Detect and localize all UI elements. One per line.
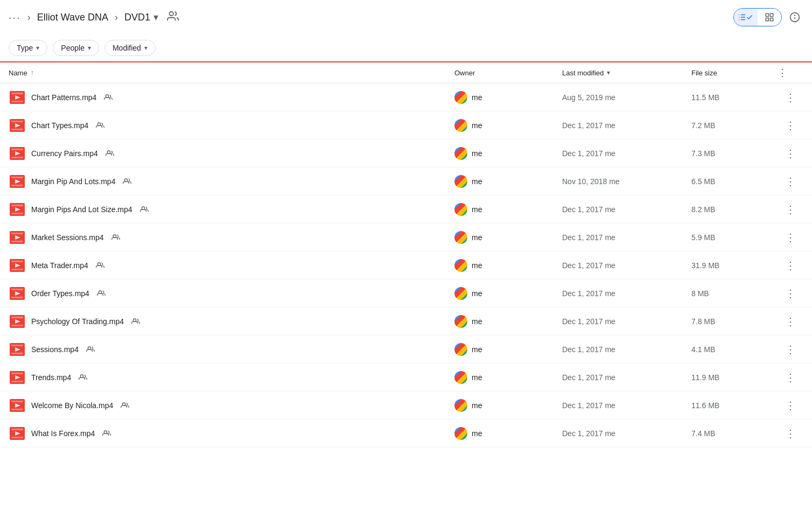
- svg-point-72: [104, 431, 107, 433]
- table-row[interactable]: Trends.mp4 me Dec 1, 2017 me 11.9 MB ⋮: [0, 363, 812, 391]
- table-row[interactable]: Chart Types.mp4 me Dec 1, 2017 me 7.2 MB…: [0, 111, 812, 139]
- modified-filter-label: Modified: [113, 44, 141, 52]
- file-name: Meta Trader.mp4: [31, 261, 88, 270]
- svg-point-62: [81, 375, 83, 377]
- file-name-cell: Margin Pip And Lots.mp4: [9, 173, 454, 190]
- shared-icon: [86, 345, 95, 354]
- people-filter-label: People: [61, 44, 85, 52]
- actions-cell: ⋮: [778, 229, 803, 246]
- grid-view-button[interactable]: [758, 9, 781, 26]
- modified-cell: Dec 1, 2017 me: [562, 289, 691, 298]
- table-row[interactable]: What Is Forex.mp4 me Dec 1, 2017 me 7.4 …: [0, 419, 812, 447]
- modified-filter-button[interactable]: Modified ▾: [104, 40, 156, 56]
- file-name-cell: Meta Trader.mp4: [9, 257, 454, 274]
- size-cell: 7.3 MB: [691, 149, 778, 158]
- owner-name: me: [472, 261, 482, 270]
- list-view-button[interactable]: [734, 9, 758, 26]
- breadcrumb-elliot-wave[interactable]: Elliot Wave DNA: [37, 12, 108, 23]
- folder-name[interactable]: DVD1: [124, 12, 150, 23]
- table-row[interactable]: Sessions.mp4 me Dec 1, 2017 me 4.1 MB ⋮: [0, 335, 812, 363]
- owner-cell: me: [454, 343, 562, 356]
- more-options-button[interactable]: ⋮: [782, 89, 799, 106]
- more-options-button[interactable]: ⋮: [782, 201, 799, 218]
- type-filter-button[interactable]: Type ▾: [9, 40, 47, 56]
- table-row[interactable]: Margin Pips And Lot Size.mp4 me Dec 1, 2…: [0, 195, 812, 223]
- svg-rect-4: [771, 18, 773, 21]
- file-name: Margin Pip And Lots.mp4: [31, 177, 115, 186]
- owner-cell: me: [454, 231, 562, 244]
- table-row[interactable]: Margin Pip And Lots.mp4 me Nov 10, 2018 …: [0, 167, 812, 195]
- avatar: [454, 259, 467, 272]
- info-button[interactable]: [786, 9, 803, 26]
- table-row[interactable]: Currency Pairs.mp4 me Dec 1, 2017 me 7.3…: [0, 139, 812, 167]
- shared-icon: [121, 401, 129, 410]
- svg-rect-55: [11, 353, 23, 354]
- svg-rect-19: [11, 149, 23, 150]
- file-name-cell: Chart Types.mp4: [9, 117, 454, 134]
- modified-cell: Dec 1, 2017 me: [562, 261, 691, 270]
- file-name: Trends.mp4: [31, 373, 71, 382]
- svg-rect-69: [11, 429, 23, 430]
- svg-rect-35: [11, 241, 23, 242]
- more-options-button[interactable]: ⋮: [782, 229, 799, 246]
- avatar: [454, 343, 467, 356]
- name-column-header[interactable]: Name ↑: [9, 69, 454, 77]
- shared-icon: [111, 233, 120, 242]
- owner-name: me: [472, 233, 482, 242]
- more-options-button[interactable]: ⋮: [782, 173, 799, 190]
- svg-point-57: [88, 347, 90, 349]
- owner-cell: me: [454, 371, 562, 384]
- type-chevron-icon: ▾: [36, 44, 39, 52]
- people-filter-button[interactable]: People ▾: [53, 40, 99, 56]
- svg-rect-45: [11, 297, 23, 298]
- size-cell: 8.2 MB: [691, 205, 778, 214]
- svg-rect-9: [11, 93, 23, 94]
- owner-cell: me: [454, 147, 562, 160]
- table-row[interactable]: Market Sessions.mp4 me Dec 1, 2017 me 5.…: [0, 223, 812, 251]
- more-options-button[interactable]: ⋮: [782, 341, 799, 358]
- svg-rect-49: [11, 317, 23, 318]
- filter-bar: Type ▾ People ▾ Modified ▾: [0, 34, 812, 62]
- share-icon[interactable]: [167, 10, 179, 25]
- owner-name: me: [472, 205, 482, 214]
- table-row[interactable]: Meta Trader.mp4 me Dec 1, 2017 me 31.9 M…: [0, 251, 812, 279]
- file-name: Psychology Of Trading.mp4: [31, 317, 124, 326]
- table-row[interactable]: Welcome By Nicola.mp4 me Dec 1, 2017 me …: [0, 391, 812, 419]
- modified-column-header[interactable]: Last modified ▾: [562, 69, 691, 77]
- file-name-cell: Order Types.mp4: [9, 285, 454, 302]
- file-name-cell: Trends.mp4: [9, 369, 454, 386]
- more-options-button[interactable]: ⋮: [782, 145, 799, 162]
- more-options-button[interactable]: ⋮: [782, 369, 799, 386]
- owner-column-header: Owner: [454, 69, 562, 77]
- avatar: [454, 399, 467, 412]
- table-row[interactable]: Psychology Of Trading.mp4 me Dec 1, 2017…: [0, 307, 812, 335]
- svg-rect-2: [771, 13, 773, 16]
- folder-dropdown-button[interactable]: ▾: [153, 11, 158, 23]
- table-header: Name ↑ Owner Last modified ▾ File size ⋮: [0, 62, 812, 83]
- owner-name: me: [472, 429, 482, 438]
- owner-cell: me: [454, 427, 562, 440]
- type-filter-label: Type: [17, 44, 33, 52]
- svg-rect-14: [11, 121, 23, 122]
- actions-cell: ⋮: [778, 397, 803, 414]
- file-name-cell: Market Sessions.mp4: [9, 229, 454, 246]
- header-more-button[interactable]: ⋮: [778, 67, 803, 79]
- more-options-button[interactable]: ⋮: [782, 257, 799, 274]
- more-options-button[interactable]: ⋮: [782, 397, 799, 414]
- more-options-button[interactable]: ⋮: [782, 285, 799, 302]
- modified-cell: Dec 1, 2017 me: [562, 149, 691, 158]
- more-options-button[interactable]: ⋮: [782, 425, 799, 442]
- shared-icon: [96, 121, 104, 130]
- more-options-button[interactable]: ⋮: [782, 313, 799, 330]
- svg-rect-34: [11, 233, 23, 234]
- view-toggle: [733, 8, 782, 26]
- more-options-button[interactable]: ···: [9, 11, 21, 24]
- video-file-icon: [9, 285, 26, 302]
- size-cell: 11.5 MB: [691, 93, 778, 102]
- more-options-button[interactable]: ⋮: [782, 117, 799, 134]
- shared-icon: [106, 149, 114, 158]
- table-row[interactable]: Order Types.mp4 me Dec 1, 2017 me 8 MB ⋮: [0, 279, 812, 307]
- svg-point-12: [106, 95, 109, 97]
- table-row[interactable]: Chart Patterns.mp4 me Aug 5, 2019 me 11.…: [0, 83, 812, 111]
- owner-cell: me: [454, 175, 562, 188]
